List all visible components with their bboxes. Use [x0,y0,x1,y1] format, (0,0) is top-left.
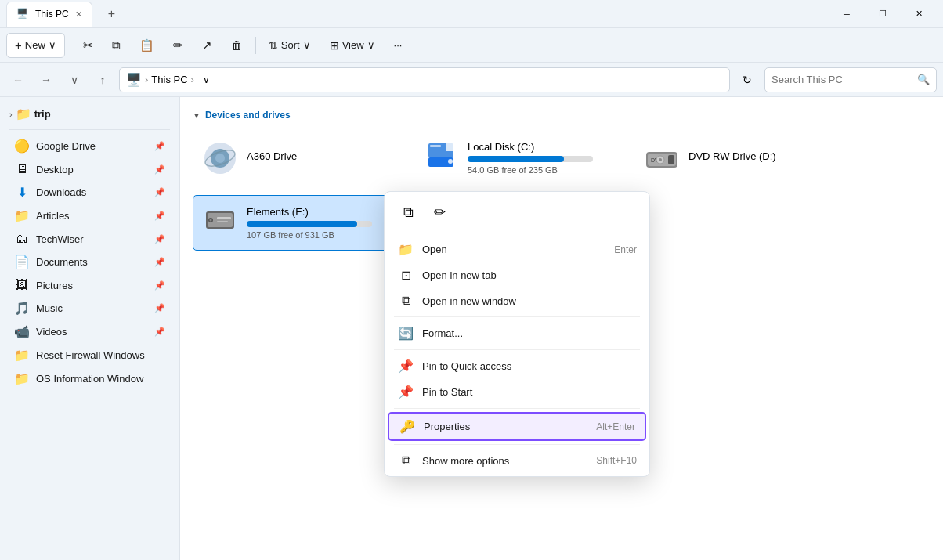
sidebar-item-pictures[interactable]: 🖼 Pictures 📌 [5,274,175,296]
sidebar-item-techwiser[interactable]: 🗂 TechWiser 📌 [5,228,175,250]
cm-open-shortcut: Enter [614,244,637,255]
breadcrumb-sep: › [145,74,148,85]
sidebar-item-label-music: Music [36,302,63,314]
view-button[interactable]: ⊞ View ∨ [322,33,383,58]
svg-point-8 [448,159,453,164]
copy-button[interactable]: ⧉ [104,33,128,58]
sidebar-item-resetfirewall[interactable]: 📁 Reset Firewall Windows [5,344,175,367]
paste-icon: 📋 [139,38,154,52]
view-icon: ⊞ [330,39,339,52]
cm-item-more-options[interactable]: ⧉ Show more options Shift+F10 [388,448,646,473]
svg-point-18 [210,219,212,222]
drive-item-d[interactable]: DVD DVD RW Drive (D:) [634,130,846,186]
minimize-btn[interactable]: ─ [829,2,865,27]
more-button[interactable]: ··· [386,33,410,58]
techwiser-icon: 🗂 [14,232,30,246]
view-arrow: ∨ [367,39,375,51]
refresh-btn[interactable]: ↻ [735,67,760,92]
cm-item-open-tab[interactable]: ⊡ Open in new tab [388,262,646,288]
search-box: 🔍 [764,67,937,92]
tab-label: This PC [35,9,69,20]
paste-button[interactable]: 📋 [132,33,162,58]
cm-rename-btn[interactable]: ✏ [425,198,453,226]
e-drive-info: Elements (E:) 107 GB free of 931 GB [247,206,396,240]
up-btn[interactable]: ↑ [91,68,114,92]
cm-sep-3 [394,408,640,409]
local-disk-icon [422,137,460,179]
cm-item-properties[interactable]: 🔑 Properties Alt+Enter [388,412,646,441]
maximize-btn[interactable]: ☐ [865,2,901,27]
view-label: View [342,39,364,51]
sidebar-item-articles[interactable]: 📁 Articles 📌 [5,204,175,227]
cm-properties-icon: 🔑 [399,419,416,434]
sidebar-divider [9,129,170,130]
toolbar-sep-1 [70,37,70,54]
section-title-drives: Devices and drives [205,110,291,121]
dvd-drive-name: DVD RW Drive (D:) [688,150,837,162]
pin-icon-googledrive: 📌 [154,141,165,151]
sidebar-item-label-downloads: Downloads [36,186,86,198]
dvd-drive-info: DVD RW Drive (D:) [688,150,837,165]
tab-close-btn[interactable]: ✕ [75,9,82,20]
cm-item-open[interactable]: 📁 Open Enter [388,237,646,262]
e-drive-name: Elements (E:) [247,206,396,218]
drive-item-e[interactable]: Elements (E:) 107 GB free of 931 GB [193,195,404,251]
articles-icon: 📁 [14,208,30,223]
search-input[interactable] [771,74,912,85]
delete-button[interactable]: 🗑 [223,33,251,58]
svg-point-14 [659,158,662,161]
sidebar-item-label-googledrive: Google Drive [36,140,96,152]
share-icon: ↗ [202,38,212,52]
sort-button[interactable]: ⇅ Sort ∨ [261,33,319,58]
cm-sep-1 [394,316,640,317]
cm-format-icon: 🔄 [397,326,414,341]
cm-pin-quick-icon: 📌 [397,359,414,374]
sidebar-item-downloads[interactable]: ⬇ Downloads 📌 [5,181,175,204]
sidebar-item-desktop[interactable]: 🖥 Desktop 📌 [5,158,175,180]
c-drive-name: Local Disk (C:) [468,141,616,153]
rename-button[interactable]: ✏ [165,33,191,58]
cm-copy-btn[interactable]: ⧉ [394,198,422,226]
sidebar-item-osinfo[interactable]: 📁 OS Information Window [5,367,175,390]
sidebar-group-trip[interactable]: › 📁 trip [0,103,179,125]
section-header-drives[interactable]: ▼ Devices and drives [193,110,930,121]
dvd-drive-icon: DVD [643,139,681,177]
sidebar-item-label-resetfirewall: Reset Firewall Windows [36,349,145,361]
sidebar-item-label-articles: Articles [36,210,70,222]
sidebar-item-label-desktop: Desktop [36,164,74,175]
drive-item-c[interactable]: Local Disk (C:) 54.0 GB free of 235 GB [414,130,625,186]
pin-icon-downloads: 📌 [154,187,165,197]
sidebar-item-documents[interactable]: 📄 Documents 📌 [5,251,175,273]
breadcrumb-bar[interactable]: 🖥️ › This PC › ∨ [119,67,730,92]
forward-btn[interactable]: → [34,68,58,92]
sidebar-item-videos[interactable]: 📹 Videos 📌 [5,320,175,343]
svg-rect-11 [668,155,674,164]
sidebar-item-googledrive[interactable]: 🟡 Google Drive 📌 [5,135,175,157]
back-btn[interactable]: ← [6,68,30,92]
cut-button[interactable]: ✂ [75,33,101,58]
sidebar: › 📁 trip 🟡 Google Drive 📌 🖥 Desktop 📌 ⬇ … [0,97,180,560]
svg-rect-7 [430,145,441,147]
breadcrumb-expand-btn[interactable]: ∨ [197,70,216,89]
cm-open-tab-icon: ⊡ [397,268,414,283]
new-button[interactable]: + New ∨ [6,33,65,58]
share-button[interactable]: ↗ [194,33,220,58]
cm-item-pin-start[interactable]: 📌 Pin to Start [388,379,646,405]
drive-item-a360[interactable]: A360 Drive [193,130,404,186]
new-tab-btn[interactable]: + [99,2,125,26]
recent-locations-btn[interactable]: ∨ [63,68,86,92]
breadcrumb-pc-icon: 🖥️ [126,72,142,87]
downloads-icon: ⬇ [14,185,30,200]
tab-this-pc[interactable]: 🖥️ This PC ✕ [6,2,92,27]
cm-open-window-label: Open in new window [422,295,637,307]
close-btn[interactable]: ✕ [901,2,937,27]
cm-properties-label: Properties [424,421,588,432]
sidebar-item-music[interactable]: 🎵 Music 📌 [5,297,175,320]
svg-rect-6 [446,140,453,151]
cm-item-open-window[interactable]: ⧉ Open in new window [388,288,646,313]
desktop-icon: 🖥 [14,162,30,176]
cm-item-format[interactable]: 🔄 Format... [388,320,646,346]
cm-item-pin-quick[interactable]: 📌 Pin to Quick access [388,353,646,379]
copy-icon: ⧉ [112,38,121,52]
new-label: New [25,39,45,51]
